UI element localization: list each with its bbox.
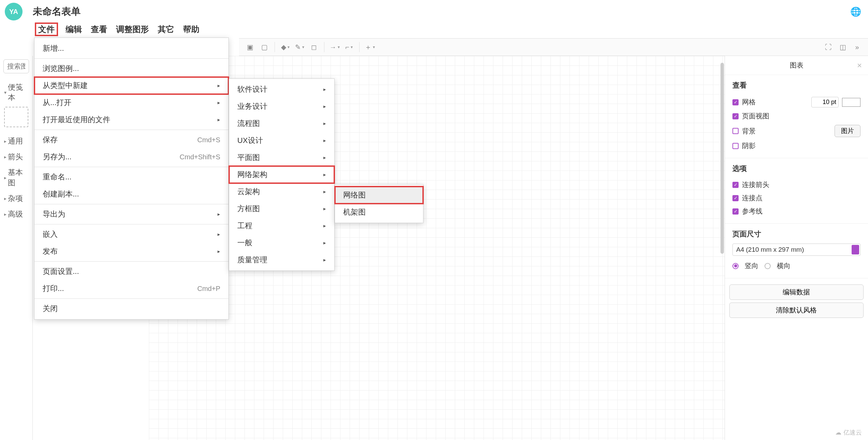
file-menu-item[interactable]: 打印...Cmd+P xyxy=(34,280,228,297)
background-image-button[interactable]: 图片 xyxy=(835,125,860,137)
grid-size-input[interactable] xyxy=(811,97,839,107)
orientation-landscape-label: 横向 xyxy=(777,261,790,270)
collapse-icon[interactable]: » xyxy=(850,41,864,53)
template-category-item[interactable]: 平面图 xyxy=(229,149,334,166)
orientation-portrait-label: 竖向 xyxy=(745,261,758,270)
file-menu-item[interactable]: 关闭 xyxy=(34,300,228,317)
conn-arrows-label: 连接箭头 xyxy=(742,180,769,189)
network-submenu: 网络图机架图 xyxy=(335,184,423,223)
template-item[interactable]: 网络图 xyxy=(335,187,423,204)
format-panel-icon[interactable]: ◫ xyxy=(836,41,850,53)
menu-view[interactable]: 查看 xyxy=(91,24,107,35)
template-category-item[interactable]: 业务设计 xyxy=(229,98,334,115)
template-category-item[interactable]: 云架构 xyxy=(229,183,334,200)
pageview-checkbox[interactable]: ✓ xyxy=(732,113,739,119)
sidebar-section-general[interactable]: ▸通用 xyxy=(0,133,32,149)
orientation-portrait-radio[interactable] xyxy=(732,263,739,269)
template-category-item[interactable]: 方框图 xyxy=(229,200,334,217)
menu-edit[interactable]: 编辑 xyxy=(66,24,82,35)
fill-color-button[interactable]: ◆ xyxy=(278,41,292,53)
new-from-template-submenu: 软件设计业务设计流程图UX设计平面图网络架构云架构方框图工程一般质量管理 xyxy=(229,78,335,271)
connection-button[interactable]: → xyxy=(328,41,341,53)
grid-checkbox[interactable]: ✓ xyxy=(732,99,739,105)
panel-pagesize-heading: 页面尺寸 xyxy=(732,229,860,239)
grid-color-swatch[interactable] xyxy=(842,98,860,107)
waypoints-button[interactable]: ⌐ xyxy=(342,41,356,53)
conn-arrows-checkbox[interactable]: ✓ xyxy=(732,182,739,188)
template-category-item[interactable]: 网络架构 xyxy=(229,166,334,183)
file-menu-item[interactable]: 打开最近使用的文件 xyxy=(34,111,228,128)
panel-tab-diagram[interactable]: 图表 xyxy=(790,61,803,70)
edit-data-button[interactable]: 编辑数据 xyxy=(729,284,864,300)
canvas-scrollbar[interactable] xyxy=(720,63,724,254)
watermark-icon: ☁ xyxy=(835,429,841,436)
scratchpad-thumb[interactable] xyxy=(4,107,28,127)
sidebar-section-arrows[interactable]: ▸箭头 xyxy=(0,149,32,165)
to-back-button[interactable]: ▢ xyxy=(257,41,271,53)
guides-checkbox[interactable]: ✓ xyxy=(732,208,739,215)
panel-view-heading: 查看 xyxy=(732,80,860,90)
line-color-button[interactable]: ✎ xyxy=(293,41,306,53)
file-menu-item[interactable]: 创建副本... xyxy=(34,186,228,203)
document-title[interactable]: 未命名表单 xyxy=(33,5,850,18)
file-menu-item[interactable]: 重命名... xyxy=(34,168,228,186)
page-size-select[interactable]: A4 (210 mm x 297 mm) xyxy=(732,244,860,256)
background-checkbox[interactable] xyxy=(732,128,739,134)
conn-points-checkbox[interactable]: ✓ xyxy=(732,195,739,201)
language-icon[interactable]: 🌐 xyxy=(850,6,861,17)
search-input[interactable] xyxy=(3,59,29,73)
panel-close-icon[interactable]: × xyxy=(857,61,862,70)
clear-style-button[interactable]: 清除默认风格 xyxy=(729,303,864,318)
template-category-item[interactable]: 流程图 xyxy=(229,115,334,132)
template-category-item[interactable]: 一般 xyxy=(229,234,334,251)
file-menu-item[interactable]: 嵌入 xyxy=(34,226,228,243)
file-menu-item[interactable]: 浏览图例... xyxy=(34,60,228,77)
toolbar: ▣ ▢ ◆ ✎ ◻ → ⌐ ＋ ⛶ ◫ » xyxy=(239,38,868,56)
add-button[interactable]: ＋ xyxy=(363,41,377,53)
shadow-button[interactable]: ◻ xyxy=(307,41,321,53)
menu-extras[interactable]: 其它 xyxy=(158,24,174,35)
shapes-sidebar: ▾便笺本 ▸通用 ▸箭头 ▸基本图 ▸杂项 ▸高级 xyxy=(0,56,33,440)
sidebar-section-basic[interactable]: ▸基本图 xyxy=(0,165,32,191)
file-menu-item[interactable]: 新增... xyxy=(34,40,228,57)
conn-points-label: 连接点 xyxy=(742,193,762,203)
avatar[interactable]: YA xyxy=(5,3,23,20)
template-item[interactable]: 机架图 xyxy=(335,204,423,221)
sidebar-section-misc[interactable]: ▸杂项 xyxy=(0,191,32,206)
template-category-item[interactable]: 工程 xyxy=(229,217,334,234)
sidebar-section-advanced[interactable]: ▸高级 xyxy=(0,206,32,222)
template-category-item[interactable]: 质量管理 xyxy=(229,251,334,268)
menubar: 文件 编辑 查看 调整图形 其它 帮助 xyxy=(0,22,868,38)
shadow-checkbox[interactable] xyxy=(732,143,739,149)
file-menu-item[interactable]: 保存Cmd+S xyxy=(34,131,228,148)
orientation-landscape-radio[interactable] xyxy=(765,263,771,269)
file-menu-item[interactable]: 页面设置... xyxy=(34,263,228,280)
file-menu-item[interactable]: 发布 xyxy=(34,243,228,260)
grid-label: 网格 xyxy=(742,98,808,107)
fullscreen-icon[interactable]: ⛶ xyxy=(822,41,835,53)
menu-file[interactable]: 文件 xyxy=(36,24,57,35)
to-front-button[interactable]: ▣ xyxy=(243,41,257,53)
watermark: ☁ 亿速云 xyxy=(835,428,862,437)
file-menu-item[interactable]: 从类型中新建 xyxy=(34,77,228,94)
sidebar-section-scratchpad[interactable]: ▾便笺本 xyxy=(0,79,32,105)
file-menu-item[interactable]: 导出为 xyxy=(34,206,228,223)
file-menu-panel: 新增...浏览图例...从类型中新建从...打开打开最近使用的文件保存Cmd+S… xyxy=(34,38,229,320)
pageview-label: 页面视图 xyxy=(742,112,769,121)
panel-options-heading: 选项 xyxy=(732,164,860,173)
template-category-item[interactable]: UX设计 xyxy=(229,132,334,149)
file-menu-item[interactable]: 另存为...Cmd+Shift+S xyxy=(34,148,228,165)
shadow-label: 阴影 xyxy=(742,141,756,150)
menu-arrange[interactable]: 调整图形 xyxy=(116,24,149,35)
background-label: 背景 xyxy=(742,127,831,136)
file-menu-item[interactable]: 从...打开 xyxy=(34,94,228,111)
guides-label: 参考线 xyxy=(742,207,762,216)
format-panel: 图表 × 查看 ✓ 网格 ✓ 页面视图 背景 图片 xyxy=(725,56,868,440)
menu-help[interactable]: 帮助 xyxy=(183,24,199,35)
template-category-item[interactable]: 软件设计 xyxy=(229,81,334,98)
